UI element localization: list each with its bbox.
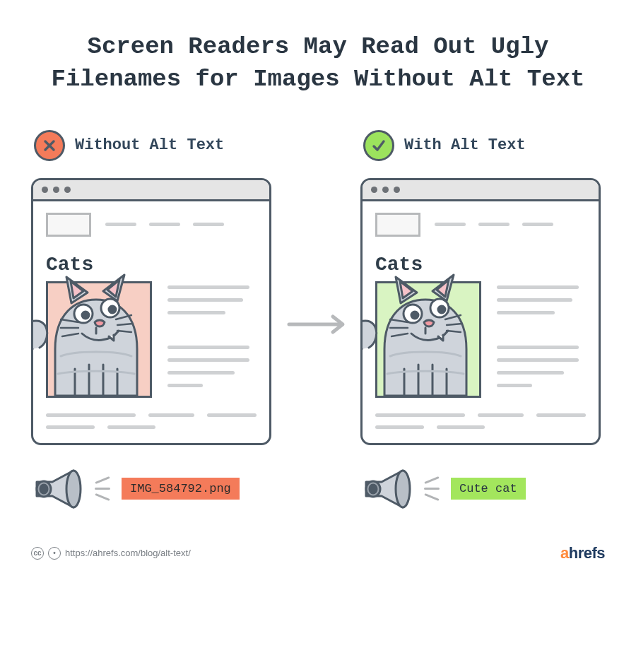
cat-icon	[360, 264, 489, 399]
by-icon: •	[48, 547, 61, 560]
svg-point-6	[40, 485, 47, 493]
text-placeholder	[46, 425, 257, 429]
brand-logo: ahrefs	[560, 544, 605, 562]
license-attribution: cc • https://ahrefs.com/blog/alt-text/	[31, 547, 191, 560]
window-dot-icon	[382, 187, 389, 193]
speaker-icon	[31, 466, 83, 512]
nav-placeholder	[435, 223, 553, 226]
browser-mock-right: Cats	[360, 178, 601, 445]
badge-label-with: With Alt Text	[404, 136, 526, 154]
text-placeholder	[375, 425, 586, 429]
text-placeholder	[375, 413, 586, 417]
text-placeholder	[497, 281, 586, 387]
page-body: Cats	[33, 201, 269, 443]
page-title: Screen Readers May Read Out Ugly Filenam…	[31, 31, 605, 96]
infographic: Screen Readers May Read Out Ugly Filenam…	[0, 0, 636, 577]
readout-alt-text: Cute cat	[451, 478, 526, 500]
source-url: https://ahrefs.com/blog/alt-text/	[65, 548, 191, 558]
badge-label-without: Without Alt Text	[75, 136, 224, 154]
sound-waves-icon	[424, 479, 440, 498]
svg-point-3	[109, 306, 116, 313]
image-placeholder-with-alt	[375, 281, 481, 398]
x-icon	[34, 130, 65, 161]
column-with-alt: With Alt Text Cats	[360, 130, 605, 512]
svg-point-2	[82, 312, 89, 319]
text-placeholder	[167, 281, 257, 387]
readout-filename: IMG_584792.png	[122, 478, 240, 500]
logo-placeholder	[375, 213, 420, 237]
screen-reader-output-left: IMG_584792.png	[31, 466, 276, 512]
logo-placeholder	[46, 213, 91, 237]
window-dot-icon	[371, 187, 377, 193]
column-without-alt: Without Alt Text Cats	[31, 130, 276, 512]
text-placeholder	[46, 413, 257, 417]
svg-point-11	[396, 471, 410, 507]
arrow-icon	[276, 314, 360, 335]
window-dot-icon	[53, 187, 59, 193]
browser-mock-left: Cats	[31, 178, 271, 445]
cc-icon: cc	[31, 547, 44, 560]
page-body: Cats	[363, 201, 599, 443]
screen-reader-output-right: Cute cat	[360, 466, 605, 512]
browser-titlebar	[363, 180, 599, 201]
window-dot-icon	[394, 187, 400, 193]
check-icon	[363, 130, 394, 161]
footer: cc • https://ahrefs.com/blog/alt-text/ a…	[31, 544, 605, 562]
image-placeholder-without-alt	[46, 281, 152, 398]
svg-point-10	[438, 306, 445, 313]
browser-titlebar	[33, 180, 269, 201]
cat-icon	[31, 264, 160, 399]
window-dot-icon	[64, 187, 71, 193]
svg-point-4	[66, 471, 81, 507]
comparison-columns: Without Alt Text Cats	[31, 130, 605, 512]
speaker-icon	[360, 466, 413, 512]
svg-point-13	[370, 485, 377, 493]
badge-row-with: With Alt Text	[363, 130, 605, 161]
window-dot-icon	[42, 187, 48, 193]
badge-row-without: Without Alt Text	[34, 130, 276, 161]
nav-placeholder	[105, 223, 224, 226]
svg-point-9	[411, 312, 418, 319]
sound-waves-icon	[95, 479, 110, 498]
